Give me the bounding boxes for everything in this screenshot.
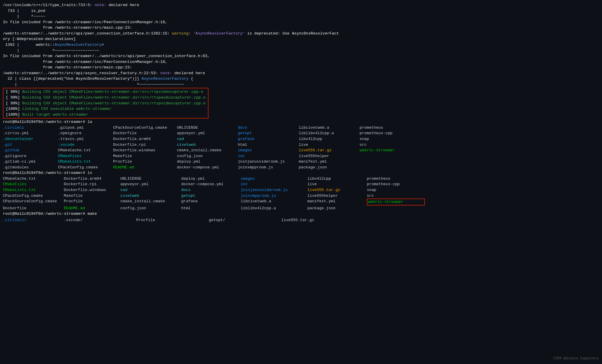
ls-col1-r2: .cirrus.yml [3,130,58,136]
ls2-col1-r6: Dockerfile [3,205,64,211]
ls2-col4-r1: deploy.yml [181,176,241,182]
ls2-col6-r6: package.json [307,205,367,211]
ls-col2-r3: .travis.yml [58,136,113,142]
ls2-col2-r5: Procfile [64,199,120,205]
ls-col3-r1: CPackSourceConfig.cmake [113,125,177,131]
ls2-col3-r6: config.json [120,205,181,211]
ls2-col2-r6: README.md [64,205,120,211]
build-100b: [100%] Built target webrtc-streamer [6,112,206,118]
ls-col3-r4: Dockerfile.rpi [113,142,177,148]
ls-col7-r2: prometheus-cpp [360,130,418,136]
ls-col1-r6: .gitignore [3,153,58,159]
ls-col2-r8: CPackConfig.cmake [58,165,113,170]
build-box: [ 98%] Building CXX object CMakeFiles/we… [3,88,208,119]
ls-col4-r3: cad [177,136,238,142]
ls2-col2-r2: Dockerfile.rpi [64,181,120,187]
ls2-col1-r1: CMakeCache.txt [3,176,64,182]
ls-col6-r1: libcivetweb.a [299,125,360,131]
line-from3: from /webrtc-streamer/src/main.cpp:23: [3,65,599,70]
ls-col1-r7: .gitlab-ci.yml [3,159,58,165]
make-col3: Procfile [136,217,209,223]
line-from2: from /webrtc-streamer/inc/PeerConnection… [3,59,599,65]
ls-col5-r3: grafana [238,136,299,142]
ls2-col5-r3: joinjanusvideroom.js [241,187,307,193]
ls-col5-r1: docs [238,125,299,131]
ls-col5-r4: html [238,142,299,148]
prompt-make: root@0a11c9194f0d:/webrtc-streamer# make [3,211,599,217]
ls2-col4-r2: docker-compose.yml [181,181,241,187]
ls-col3-r2: Dockerfile [113,130,177,136]
ls2-col6-r1: libv4l2cpp [307,176,367,182]
ls2-col7-r2: prometheus-cpp [367,181,425,187]
make-col4: getopt/ [209,217,281,223]
ls-output: CMakeCache.txt Dockerfile.arm64 UNLICENS… [3,176,599,211]
ls2-col7-r5-webrtc: webrtc-streamer [367,199,425,205]
build-100a: [100%] Linking CXX executable webrtc-str… [6,106,206,112]
line-1392: 1392 | webrtc::AsyncResolverFactory> [3,42,599,48]
ls2-col5-r4: joinxmpproom.js [241,193,307,199]
ls2-col7-r6 [367,205,425,211]
ls-col3-r6: Makefile [113,153,177,159]
line-caret1: | ^~~~~~ [3,14,599,19]
ls2-col1-r5: CPackSourceConfig.cmake [3,199,64,205]
ls-col6-r2: liblibv4l2cpp.a [299,130,360,136]
ls2-col1-r4: CPackConfig.cmake [3,193,64,199]
ls-col2-r5: CMakeCache.txt [58,148,113,153]
line-wdep: ory [-Wdeprecated-declarations] [3,36,599,42]
ls2-col6-r5: manifest.yml [307,199,367,205]
ls-col7-r8 [360,165,418,170]
ls2-col6-r4: live555helper [307,193,367,199]
ls2-col4-r3: docs [181,187,241,193]
ls-col1-r3: .devcontainer [3,136,58,142]
ls2-col7-r1: prometheus [367,176,425,182]
ls-col2-r7: CMakeLists.txt [58,159,113,165]
ls-col5-r2: getopt [238,130,299,136]
ls-col2-r6: CMakeFiles [58,153,113,159]
ls-col4-r4: civetweb [177,142,238,148]
ls2-col3-r2: appveyor.yml [120,181,181,187]
ls-col6-r4: live [299,142,360,148]
ls2-col5-r2: inc [241,181,307,187]
ls2-col5-r6: liblibv4l2cpp.a [241,205,307,211]
ls-col1-r4: .git [3,142,58,148]
ls-col3-r8: README.md [113,165,177,170]
ls2-col2-r3: Dockerfile.windows [64,187,120,193]
ls-col7-r7 [360,159,418,165]
ls2-col6-r2: live [307,181,367,187]
ls2-col4-r5: grafana [181,199,241,205]
watermark: CSDN @double_happiness [553,356,599,361]
ls-col4-r1: UNLICENSE [177,125,238,131]
ls-col4-r2: appveyor.yml [177,130,238,136]
ls2-col7-r4: src [367,193,425,199]
prompt-ls: root@0a11c9194f0d:/webrtc-streamer# ls [3,170,599,176]
ls-col6-r7: manifest.yml [299,159,360,165]
ls-col4-r8: docker-compose.yml [177,165,238,170]
build-98: [ 98%] Building CXX object CMakeFiles/we… [6,89,206,95]
ls2-col4-r6: html [181,205,241,211]
ls2-col5-r5: libcivetweb.a [241,199,307,205]
ls2-col7-r3: snap [367,187,425,193]
line-warning1: /webrtc-streamer/../webrtc/src/api/peer_… [3,31,599,37]
line-caret3: | ^~~~~~~~~~~~~~~~~~~~ [3,82,599,88]
prompt-la: root@0a11c9194f0d:/webrtc-streamer# la [3,119,599,125]
line-22: 22 | class [[deprecated("Use AsyncDnsRes… [3,76,599,82]
ls-col3-r7: Procfile [113,159,177,165]
build-99a: [ 99%] Building CXX object CMakeFiles/we… [6,95,206,101]
terminal: /usr/include/c++/11/type_traits:733:5: n… [3,2,599,223]
line-733: 733 | is_pod [3,8,599,14]
ls2-col3-r1: UNLICENSE [120,176,181,182]
ls-col2-r2: .npmignore [58,130,113,136]
ls-col6-r5: live555.tar.gz [299,148,360,153]
ls-col1-r5: .github [3,148,58,153]
line-inc1: In file included from /webrtc-streamer/i… [3,19,599,25]
ls-la-output: .circleci .gitpod.yml CPackSourceConfig.… [3,125,599,170]
ls-col3-r3: Dockerfile.arm64 [113,136,177,142]
ls-col5-r6: inc [238,153,299,159]
ls2-col3-r4: civetweb [120,193,181,199]
make-col2: .vscode/ [64,217,136,223]
line-inc2: In file included from /webrtc-streamer/.… [3,53,599,59]
ls-col2-r4: .vscode [58,142,113,148]
ls2-col2-r1: Dockerfile.arm64 [64,176,120,182]
ls-col6-r3: libv4l2cpp [299,136,360,142]
ls-col1-r1: .circleci [3,125,58,131]
